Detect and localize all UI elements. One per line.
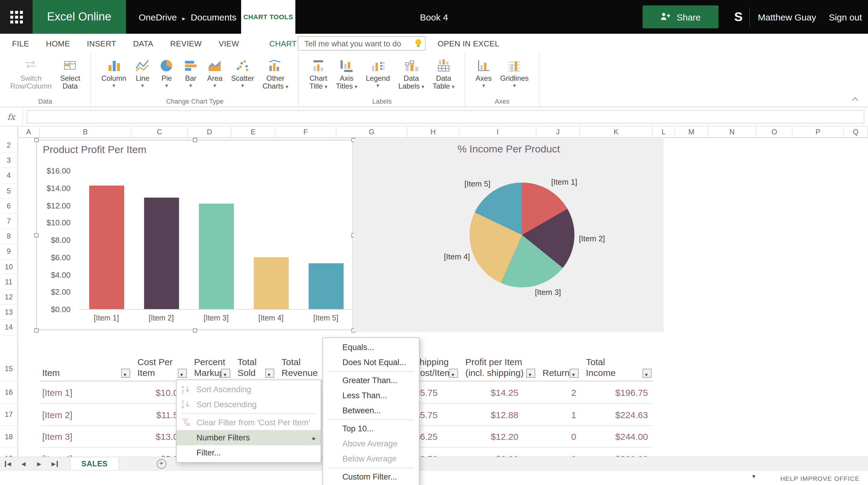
filter-button[interactable]: [643, 369, 652, 378]
filter-button[interactable]: [265, 369, 274, 378]
menu-item-greater-than[interactable]: Greater Than...: [323, 373, 419, 388]
formula-input[interactable]: [27, 110, 864, 124]
other-charts-button[interactable]: OtherCharts: [258, 57, 293, 90]
collapse-ribbon-icon[interactable]: [852, 96, 858, 102]
svg-text:A: A: [181, 385, 184, 389]
first-sheet-icon[interactable]: [0, 461, 16, 466]
share-button[interactable]: Share: [643, 5, 718, 28]
selection-handle[interactable]: [34, 328, 38, 332]
axis-titles-button[interactable]: AxisTitles: [332, 57, 362, 90]
previous-sheet-icon[interactable]: [16, 461, 31, 466]
area-button[interactable]: Area: [203, 57, 227, 89]
menu-item-top-10[interactable]: Top 10...: [323, 421, 419, 436]
menu-item-label: Does Not Equal...: [342, 358, 406, 367]
next-sheet-icon[interactable]: [31, 461, 47, 466]
share-label: Share: [677, 12, 701, 22]
header-text: Item: [42, 367, 131, 378]
help-improve-office-link[interactable]: HELP IMPROVE OFFICE: [780, 471, 860, 485]
menu-item-between[interactable]: Between...: [323, 403, 419, 418]
tab-insert[interactable]: INSERT: [79, 34, 124, 53]
filter-button[interactable]: [569, 369, 579, 378]
filter-button[interactable]: [178, 369, 187, 378]
menu-item-label: Greater Than...: [342, 376, 398, 385]
other-charts-icon: [268, 57, 283, 73]
tab-review[interactable]: REVIEW: [162, 34, 210, 53]
open-in-excel-button[interactable]: OPEN IN EXCEL: [438, 34, 499, 53]
button-label: Line: [135, 75, 149, 83]
tell-me-input[interactable]: [298, 36, 426, 51]
scatter-chart-icon: [235, 57, 250, 73]
pie-label: [Item 3]: [535, 288, 561, 297]
line-button[interactable]: Line: [130, 57, 155, 89]
sheet-tab-sales[interactable]: SALES: [70, 457, 119, 470]
axis-titles-icon: [339, 57, 354, 73]
tab-data[interactable]: DATA: [124, 34, 161, 53]
filter-button[interactable]: [221, 369, 230, 378]
x-axis-label: [Item 5]: [299, 314, 353, 322]
data-table-button[interactable]: DataTable: [429, 57, 459, 90]
tab-view[interactable]: VIEW: [210, 34, 248, 53]
chart-title-button[interactable]: ChartTitle: [305, 57, 332, 90]
menu-item-label: Above Average: [342, 439, 398, 448]
sign-out-link[interactable]: Sign out: [829, 0, 862, 34]
y-axis-tick: $4.00: [37, 270, 70, 280]
button-label: Pie: [161, 75, 172, 83]
filter-button[interactable]: [526, 369, 535, 378]
tab-home[interactable]: HOME: [38, 34, 79, 53]
menu-item-label: Top 10...: [342, 424, 374, 433]
menu-item-equals[interactable]: Equals...: [323, 340, 419, 355]
chart-title-icon: [310, 57, 326, 73]
axes-button[interactable]: Axes: [471, 57, 496, 89]
bar-button[interactable]: Bar: [179, 57, 203, 89]
select-data-button[interactable]: SelectData: [56, 57, 84, 90]
bar-chart[interactable]: Product Profit Per Item $16.00$14.00$12.…: [36, 140, 353, 330]
table-cell: $6.00: [459, 448, 536, 457]
skype-icon[interactable]: S: [734, 0, 743, 34]
button-label: Axis: [340, 75, 353, 83]
legend-button[interactable]: Legend: [362, 57, 394, 89]
x-axis-label: [Item 3]: [189, 314, 244, 322]
gridlines-button[interactable]: Gridlines: [496, 57, 533, 89]
menu-separator: [181, 413, 316, 414]
group-name: Change Chart Type: [91, 98, 299, 105]
pie-chart[interactable]: % Income Per Product [Item 1][Item 2][It…: [354, 138, 664, 332]
add-sheet-button[interactable]: [156, 459, 166, 468]
menu-item-label: Below Average: [342, 454, 397, 463]
selection-handle[interactable]: [193, 138, 197, 142]
menu-item-filter[interactable]: Filter...: [177, 445, 321, 460]
button-label: Titles: [336, 83, 358, 90]
menu-item-number-filters[interactable]: Number Filters: [177, 430, 321, 445]
bar-plot: [79, 171, 353, 310]
menu-item-does-not-equal[interactable]: Does Not Equal...: [323, 355, 419, 370]
data-labels-button[interactable]: DataLabels: [394, 57, 429, 90]
chevron-down-icon[interactable]: [752, 473, 755, 480]
column-button[interactable]: Column: [97, 57, 130, 89]
user-name[interactable]: Matthew Guay: [758, 0, 816, 34]
select-data-icon: [62, 57, 78, 73]
button-label: Data: [62, 83, 78, 90]
filter-button[interactable]: [121, 369, 130, 378]
menu-item-label: Filter...: [196, 448, 221, 457]
button-label: Switch: [20, 75, 41, 83]
table-cell: $224.63: [580, 404, 653, 425]
selection-handle[interactable]: [34, 233, 38, 237]
filter-button[interactable]: [449, 369, 458, 378]
table-cell: [Item 3]: [40, 426, 131, 447]
button-label: Legend: [366, 75, 390, 83]
table-cell: 0: [536, 448, 580, 457]
selection-handle[interactable]: [34, 138, 38, 142]
menu-item-label: Sort Ascending: [196, 385, 251, 394]
bar-series-3: [198, 203, 234, 309]
scatter-button[interactable]: Scatter: [227, 57, 258, 89]
selection-handle[interactable]: [193, 328, 197, 332]
menu-item-custom-filter[interactable]: Custom Filter...: [323, 469, 419, 484]
y-axis-tick: $0.00: [37, 305, 70, 315]
bar-chart-icon: [183, 57, 198, 73]
pie-button[interactable]: Pie: [155, 57, 179, 89]
tab-file[interactable]: FILE: [4, 34, 38, 53]
last-sheet-icon[interactable]: [47, 461, 63, 466]
select-all-corner[interactable]: [0, 127, 18, 138]
x-axis-label: [Item 4]: [244, 314, 299, 322]
menu-item-less-than[interactable]: Less Than...: [323, 388, 419, 403]
sort-ascending-icon: AZ: [181, 384, 190, 394]
